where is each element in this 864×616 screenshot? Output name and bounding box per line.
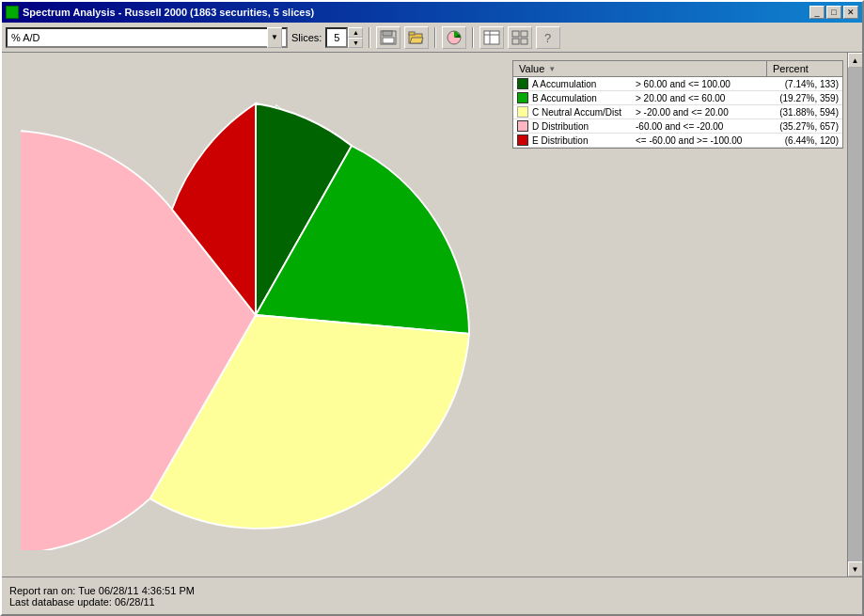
legend-header: Value ▼ Percent [513,61,842,77]
main-window: Spectrum Analysis - Russell 2000 (1863 s… [0,0,864,616]
legend-label-e: E Distribution [532,135,636,146]
scroll-up-button[interactable]: ▲ [848,53,863,68]
table-icon [483,30,500,45]
legend-percent-a: (7.14%, 133) [785,79,842,89]
report-ran-status: Report ran on: Tue 06/28/11 4:36:51 PM [9,585,855,596]
toolbar-separator-2 [434,27,436,48]
legend-rows: A Accumulation > 60.00 and <= 100.00 (7.… [513,77,842,148]
slices-input[interactable]: 5 [325,27,348,48]
toolbar-separator-3 [472,27,474,48]
svg-rect-12 [512,39,519,44]
legend-percent-d: (35.27%, 657) [779,121,842,132]
open-button[interactable] [404,26,429,49]
status-bar: Report ran on: Tue 06/28/11 4:36:51 PM L… [2,577,862,614]
legend-value-b: > 20.00 and <= 60.00 [636,93,779,103]
close-button[interactable]: ✕ [843,6,858,19]
legend-label-d: D Distribution [532,121,636,132]
last-update-status: Last database update: 06/28/11 [9,596,855,608]
color-box-d [517,120,528,132]
legend-value-e: <= -60.00 and >= -100.00 [636,135,785,146]
color-box-b [517,92,528,103]
svg-rect-10 [512,31,519,37]
svg-rect-4 [409,32,415,35]
legend-label-b: B Accumulation [532,93,636,103]
legend-percent-c: (31.88%, 594) [779,107,842,118]
slices-up-button[interactable]: ▲ [348,27,363,38]
pie-chart-button[interactable] [442,26,466,49]
legend-row-d: D Distribution -60.00 and <= -20.00 (35.… [513,119,842,134]
main-content: Value ▼ Percent A Accumulation [2,53,847,577]
svg-rect-1 [383,31,392,36]
toolbar: % A/D ▼ Slices: 5 ▲ ▼ [2,23,862,53]
legend-percent-header: Percent [767,61,842,76]
help-icon: ? [540,30,557,45]
color-box-a [517,78,528,89]
title-bar: Spectrum Analysis - Russell 2000 (1863 s… [2,2,862,23]
grid-icon [511,30,528,45]
legend-percent-e: (6.44%, 120) [785,135,842,146]
legend-empty-area [512,149,843,337]
title-bar-controls: _ □ ✕ [809,6,858,19]
slices-spinners: ▲ ▼ [348,27,363,48]
legend-row-a: A Accumulation > 60.00 and <= 100.00 (7.… [513,77,842,91]
pie-chart-icon [446,29,463,46]
window-title: Spectrum Analysis - Russell 2000 (1863 s… [23,7,314,18]
scroll-down-button[interactable]: ▼ [848,561,863,577]
scroll-track[interactable] [848,68,862,561]
minimize-button[interactable]: _ [809,6,825,19]
svg-rect-7 [484,31,499,44]
legend-label-a: A Accumulation [532,79,636,89]
dropdown-arrow[interactable]: ▼ [267,27,282,48]
svg-text:?: ? [544,31,551,45]
legend-table: Value ▼ Percent A Accumulation [512,60,843,149]
legend-value-c: > -20.00 and <= 20.00 [636,107,779,118]
chart-area [2,53,509,577]
legend-value-a: > 60.00 and <= 100.00 [636,79,785,89]
help-button[interactable]: ? [536,26,560,49]
slices-label: Slices: [291,32,322,43]
save-icon [380,30,397,45]
legend-value-header: Value ▼ [513,61,767,76]
toolbar-separator-1 [369,27,370,48]
legend-value-d: -60.00 and <= -20.00 [636,121,779,132]
maximize-button[interactable]: □ [826,6,841,19]
legend-percent-b: (19.27%, 359) [779,93,842,103]
table-button[interactable] [479,26,504,49]
legend-area: Value ▼ Percent A Accumulation [509,53,847,577]
title-bar-text: Spectrum Analysis - Russell 2000 (1863 s… [6,6,314,19]
pie-chart-svg [21,80,491,550]
indicator-dropdown[interactable]: % A/D ▼ [6,27,288,48]
grid-button[interactable] [508,26,532,49]
scrollbar-vertical: ▲ ▼ [847,53,862,577]
legend-row-e: E Distribution <= -60.00 and >= -100.00 … [513,134,842,148]
color-box-c [517,106,528,118]
svg-rect-13 [521,39,527,44]
legend-label-c: C Neutral Accum/Dist [532,107,636,118]
svg-marker-5 [410,38,423,43]
svg-rect-2 [383,38,394,43]
save-button[interactable] [376,26,401,49]
slices-down-button[interactable]: ▼ [348,38,363,48]
color-box-e [517,134,528,146]
legend-row-c: C Neutral Accum/Dist > -20.00 and <= 20.… [513,105,842,119]
svg-rect-11 [521,31,527,37]
app-icon [6,6,19,19]
sort-icon[interactable]: ▼ [548,65,556,73]
legend-row-b: B Accumulation > 20.00 and <= 60.00 (19.… [513,91,842,105]
pie-chart-container [21,80,491,550]
dropdown-value: % A/D [11,32,40,43]
open-icon [408,30,425,45]
